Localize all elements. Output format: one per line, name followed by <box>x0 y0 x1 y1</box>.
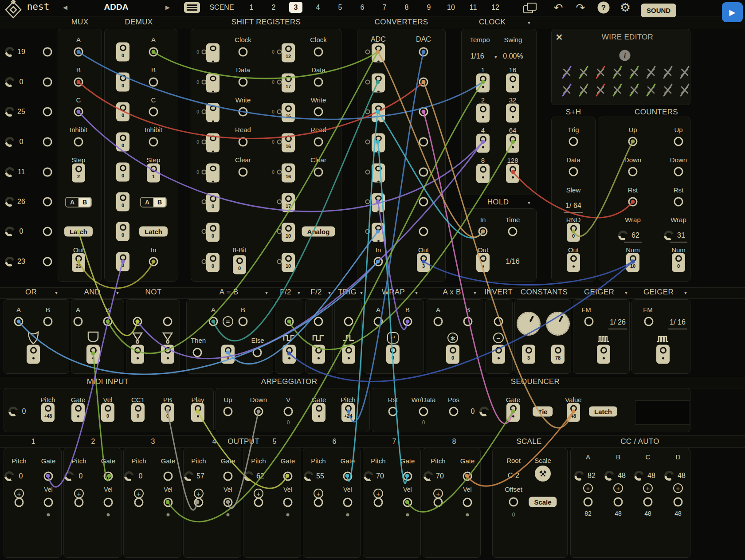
arp-v-jack[interactable] <box>284 407 293 416</box>
demux-toggle-b[interactable]: B <box>153 198 166 207</box>
wire-delete-icon[interactable] <box>578 82 589 98</box>
midi-pitch-jack[interactable]: +48 <box>41 403 55 422</box>
pitch-knob[interactable] <box>64 471 74 481</box>
seq-rst-jack[interactable] <box>388 407 398 416</box>
shift-side-jack[interactable] <box>202 50 207 55</box>
undo-icon[interactable]: ↶ <box>554 2 563 13</box>
demux-c-jack[interactable] <box>149 107 158 117</box>
pitch-offset-jack[interactable]: + <box>433 489 443 498</box>
shift-stage-jack[interactable]: 16 <box>282 103 295 122</box>
patch-prev-icon[interactable]: ◀ <box>63 4 67 11</box>
dac-out-jack[interactable]: 3 <box>417 253 430 272</box>
shift-b-data-jack[interactable] <box>314 78 323 87</box>
input-knob[interactable] <box>5 107 15 117</box>
pitch-knob[interactable] <box>124 471 134 481</box>
shift-b-clear-jack[interactable] <box>314 168 323 177</box>
pitch-cv-jack[interactable] <box>74 498 84 507</box>
shift-side-jack[interactable] <box>202 80 207 85</box>
scene-copy-icon[interactable] <box>523 3 537 12</box>
input-knob[interactable] <box>5 227 15 236</box>
gate-jack[interactable] <box>44 472 53 481</box>
scene-button[interactable]: 6 <box>356 2 369 13</box>
geiger1-dropdown-icon[interactable]: ▼ <box>624 290 628 295</box>
sh-data-jack[interactable] <box>569 167 578 176</box>
scene-button[interactable]: 12 <box>489 2 502 13</box>
cc-offset-jack[interactable]: + <box>613 483 623 493</box>
adc-side-jack[interactable] <box>365 170 370 175</box>
gate-jack[interactable] <box>104 472 113 481</box>
gate-jack[interactable] <box>403 472 412 481</box>
aeb-dropdown-icon[interactable]: ▼ <box>264 290 269 295</box>
menu-icon[interactable] <box>184 2 200 13</box>
vel-jack[interactable] <box>104 498 113 507</box>
shift-stage-jack[interactable]: 16 <box>282 164 295 183</box>
input-jack[interactable] <box>43 47 52 57</box>
cc-jack[interactable] <box>584 497 593 507</box>
counter2-down-jack[interactable] <box>674 167 683 176</box>
pitch-knob[interactable] <box>4 471 14 481</box>
adc-bit-jack[interactable] <box>372 43 385 63</box>
cc-offset-jack[interactable]: + <box>643 483 653 493</box>
geiger2-rate-slider[interactable] <box>668 329 687 329</box>
mux-toggle-a[interactable]: A <box>66 198 78 207</box>
input-jack[interactable] <box>43 257 52 266</box>
counter1-rst-jack[interactable] <box>628 197 638 207</box>
wire-editor-close-icon[interactable]: ✕ <box>556 32 563 43</box>
input-knob[interactable] <box>5 47 15 57</box>
mux-ab-toggle[interactable]: A B <box>65 197 92 208</box>
f2b-dropdown-icon[interactable]: ▼ <box>327 290 332 295</box>
cc-knob[interactable] <box>664 471 674 481</box>
midi-vel-jack[interactable]: 0 <box>101 403 114 422</box>
trig-out-jack[interactable] <box>342 345 355 364</box>
shift-stage-jack[interactable]: 0 <box>206 193 220 212</box>
and-dropdown-icon[interactable]: ▼ <box>115 290 120 295</box>
shift-stage-jack[interactable]: 17 <box>282 74 295 93</box>
counter1-wrap-slider[interactable] <box>624 242 642 243</box>
sh-rnd-jack[interactable]: 0 <box>567 223 580 242</box>
adc-bit-jack[interactable] <box>372 164 385 183</box>
division-jack[interactable] <box>506 134 519 153</box>
demux-out-jack[interactable]: 0 <box>116 222 129 241</box>
shift-stage-jack[interactable] <box>206 133 220 153</box>
shift-side-jack[interactable] <box>277 200 282 204</box>
clock-dropdown-icon[interactable]: ▼ <box>527 20 531 25</box>
division-jack[interactable] <box>476 164 490 183</box>
midi-play-jack[interactable] <box>191 403 204 422</box>
demux-b-jack[interactable] <box>149 78 158 87</box>
demux-out-jack[interactable]: 0 <box>116 133 129 152</box>
wire-delete-icon[interactable] <box>663 65 673 80</box>
vel-jack[interactable] <box>164 498 173 507</box>
counter1-down-jack[interactable] <box>628 167 638 176</box>
scene-button[interactable]: 3 <box>289 2 302 13</box>
pitch-cv-jack[interactable] <box>434 498 443 507</box>
arp-down-jack[interactable] <box>254 407 263 416</box>
wire-delete-icon[interactable] <box>663 82 673 98</box>
f2b-in-jack[interactable] <box>314 317 323 326</box>
help-button[interactable]: ? <box>598 2 610 14</box>
shift-stage-jack[interactable]: 10 <box>282 253 295 272</box>
not2-out-jack[interactable] <box>161 345 174 364</box>
vel-jack[interactable] <box>283 498 293 507</box>
pitch-cv-jack[interactable] <box>134 498 144 507</box>
adc-side-jack[interactable] <box>365 110 370 114</box>
seq-knob[interactable] <box>479 407 489 416</box>
vel-jack[interactable] <box>463 498 472 507</box>
mux-inhibit-jack[interactable] <box>74 137 83 147</box>
mux-c-jack[interactable] <box>74 107 83 117</box>
pitch-offset-jack[interactable]: + <box>314 489 323 498</box>
f2a-in-jack[interactable] <box>285 317 294 326</box>
shift-stage-jack[interactable] <box>206 164 220 183</box>
demux-a-jack[interactable] <box>149 47 158 57</box>
adc-side-jack[interactable] <box>365 140 370 145</box>
tempo-dropdown-icon[interactable]: ▼ <box>494 55 498 59</box>
scene-button[interactable]: 2 <box>267 2 280 13</box>
input-jack[interactable] <box>43 107 52 117</box>
wire-delete-icon[interactable] <box>561 82 572 98</box>
aeb-out-jack[interactable]: 0 <box>221 345 235 364</box>
f2a-dropdown-icon[interactable]: ▼ <box>297 290 301 295</box>
shift-a-clock-jack[interactable] <box>239 47 248 57</box>
pitch-offset-jack[interactable]: + <box>134 489 144 498</box>
wire-delete-icon[interactable] <box>646 65 656 80</box>
hold-time-value[interactable]: 1/16 <box>506 258 519 266</box>
pitch-cv-jack[interactable] <box>314 498 323 507</box>
